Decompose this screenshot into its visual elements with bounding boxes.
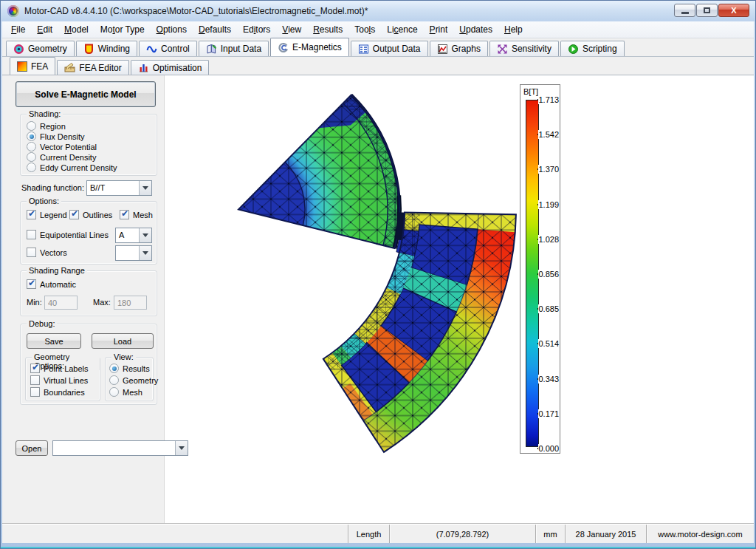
radio-flux-density[interactable]: Flux Density [27,132,85,141]
checkbox-label: Boundaries [44,388,85,397]
save-button[interactable]: Save [27,333,81,349]
tab-e-magnetics[interactable]: E-Magnetics [270,38,349,56]
solve-e-magnetic-model-button[interactable]: Solve E-Magnetic Model [16,81,156,107]
tab-output-data[interactable]: Output Data [351,41,428,56]
debug-group: Debug: Save Load Geometry Options: Point… [20,324,157,405]
status-coordinates: (7.079,28.792) [389,525,535,543]
menu-view[interactable]: View [276,22,307,37]
equipotential-combo[interactable]: A [115,228,152,243]
load-button[interactable]: Load [92,333,154,349]
checkbox-automatic[interactable]: Automatic [27,279,76,289]
menu-licence[interactable]: Licence [381,22,423,37]
legend-tick: 0.000 [537,443,560,454]
checkbox-vectors[interactable]: Vectors [27,248,67,257]
legend-tick: 1.713 [537,95,560,105]
dropdown-button[interactable] [139,246,151,260]
open-file-combo[interactable] [52,440,188,456]
radio-label: Flux Density [40,132,85,141]
input-data-icon [206,44,217,55]
menu-updates[interactable]: Updates [453,22,498,37]
radio-label: Mesh [123,388,142,397]
tab-graphs[interactable]: Graphs [430,41,488,56]
fea-plot[interactable] [165,75,754,524]
fea-result-canvas[interactable]: B[T] 1.713 1.542 1.370 1.199 1.028 0.856… [164,75,754,524]
checkbox-mesh[interactable]: Mesh [120,210,153,219]
checkbox-icon [30,364,40,373]
menu-options[interactable]: Options [151,22,193,37]
checkbox-outlines[interactable]: Outlines [69,210,112,219]
checkbox-equipotential-lines[interactable]: Equipotential Lines [27,230,109,239]
legend-tick: 0.343 [537,374,560,384]
chevron-down-icon [142,233,148,237]
radio-icon [109,387,119,397]
fea-page: Solve E-Magnetic Model Shading: Region F… [2,75,754,524]
menu-editors[interactable]: Editors [237,22,276,37]
options-group-label: Options: [27,197,61,205]
radio-results[interactable]: Results [109,364,150,373]
tab-label: Graphs [452,44,481,54]
status-mode: Length [348,525,389,543]
scripting-icon [568,44,579,55]
close-button[interactable]: X [718,4,749,17]
tab-fea-editor[interactable]: FEA Editor [57,60,128,75]
tab-sensitivity[interactable]: Sensitivity [489,41,559,56]
legend-tick: 1.542 [537,129,560,140]
tab-winding[interactable]: Winding [76,41,137,56]
radio-label: Current Density [40,153,96,162]
radio-mesh[interactable]: Mesh [109,387,142,397]
menu-help[interactable]: Help [498,22,529,37]
menu-defaults[interactable]: Defaults [193,22,237,37]
open-button[interactable]: Open [16,440,48,456]
checkbox-virtual-lines[interactable]: Virtual Lines [30,375,88,385]
max-field[interactable] [114,296,147,310]
fea-editor-icon [64,62,75,73]
control-icon [146,44,157,55]
checkbox-point-labels[interactable]: Point Labels [30,364,89,373]
status-bar: Length (7.079,28.792) mm 28 January 2015… [2,524,754,543]
stator-sector [323,212,516,451]
radio-label: Geometry [123,376,158,385]
vectors-combo[interactable] [115,245,152,261]
rotor-sector [238,95,399,248]
radio-region[interactable]: Region [27,121,66,131]
radio-current-density[interactable]: Current Density [27,152,96,162]
radio-vector-potential[interactable]: Vector Potential [27,142,97,151]
options-group: Options: Legend Outlines Mesh Equipotent… [20,201,157,265]
tab-scripting[interactable]: Scripting [560,41,625,56]
tab-geometry[interactable]: Geometry [6,41,75,56]
legend-tick: 1.028 [537,234,560,245]
application-window: Motor-CAD v8.4.4.10 (C:\workspace\Motor-… [0,0,756,549]
tab-optimisation[interactable]: Optimisation [131,60,210,75]
status-website-link[interactable]: www.motor-design.com [646,525,754,543]
menu-results[interactable]: Results [307,22,348,37]
menu-file[interactable]: File [5,22,31,37]
shading-range-label: Shading Range [27,266,87,275]
tab-input-data[interactable]: Input Data [199,41,269,56]
maximize-button[interactable] [696,4,718,17]
legend-tick: 0.685 [537,304,560,314]
title-bar[interactable]: Motor-CAD v8.4.4.10 (C:\workspace\Motor-… [1,1,755,21]
checkbox-legend[interactable]: Legend [27,210,67,219]
dropdown-button[interactable] [139,181,151,195]
dropdown-button[interactable] [139,228,151,242]
fea-control-panel: Solve E-Magnetic Model Shading: Region F… [2,75,164,524]
menu-model[interactable]: Model [58,22,94,37]
menu-print[interactable]: Print [424,22,454,37]
tab-control[interactable]: Control [139,41,197,56]
radio-eddy-current-density[interactable]: Eddy Current Density [27,163,117,172]
checkbox-icon [30,375,40,385]
legend-tick: 1.199 [537,200,560,210]
menu-edit[interactable]: Edit [31,22,58,37]
min-field[interactable] [44,296,78,310]
minimize-button[interactable] [674,4,695,17]
checkbox-label: Virtual Lines [44,376,88,385]
fea-sub-tab-bar: FEA FEA Editor Optimisation [2,57,754,75]
tab-fea[interactable]: FEA [10,57,55,75]
menu-motor-type[interactable]: Motor Type [94,22,151,37]
dropdown-button[interactable] [175,441,188,455]
shading-function-combo[interactable]: B//T [86,180,152,196]
radio-geometry[interactable]: Geometry [109,375,158,385]
menu-tools[interactable]: Tools [348,22,381,37]
checkbox-boundaries[interactable]: Boundaries [30,387,85,397]
checkbox-icon [27,230,36,239]
